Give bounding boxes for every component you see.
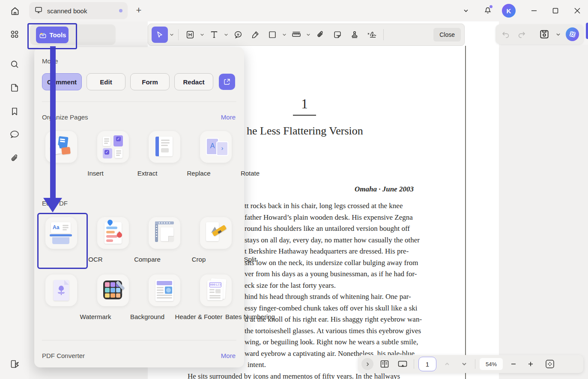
select-tool-chevron-icon[interactable]: [169, 27, 175, 43]
tool-tile-compare[interactable]: [97, 217, 129, 249]
save-icon[interactable]: [537, 27, 552, 42]
bottombar-divider: [414, 359, 414, 369]
tool-tile-extract[interactable]: ✓ ✓: [97, 131, 129, 163]
tool-label-background[interactable]: Background: [121, 313, 174, 321]
tools-button[interactable]: Tools: [36, 27, 69, 43]
tool-tile-crop[interactable]: [149, 217, 180, 249]
tools-dropdown-panel: Mode Comment Edit Form Redact Organize P…: [34, 47, 244, 367]
measure-tool-chevron-icon[interactable]: [305, 27, 311, 43]
tool-label-split[interactable]: Split: [224, 255, 277, 264]
tool-tile-background[interactable]: [97, 275, 129, 306]
notification-bell-icon[interactable]: [482, 5, 493, 16]
expand-chevron-icon[interactable]: [361, 358, 373, 370]
tool-tile-split[interactable]: [200, 217, 232, 249]
zoom-level-display[interactable]: 54%: [480, 358, 503, 370]
tool-label-extract[interactable]: Extract: [121, 169, 174, 178]
reading-mode-icon[interactable]: [9, 358, 21, 370]
close-toolbar-button[interactable]: Close: [433, 28, 461, 42]
mode-button-redact[interactable]: Redact: [174, 73, 213, 90]
pdf-converter-title: PDF Converter: [42, 352, 85, 359]
tool-tile-replace[interactable]: [149, 131, 180, 163]
document-tab[interactable]: scanned book: [29, 2, 128, 19]
page-number-input[interactable]: 1: [418, 357, 436, 371]
tool-label-replace[interactable]: Replace: [172, 169, 225, 178]
zoom-out-icon[interactable]: [507, 358, 520, 370]
tools-button-label: Tools: [50, 31, 66, 39]
previous-page-chevron-icon[interactable]: [441, 358, 454, 370]
comments-icon[interactable]: [9, 129, 20, 140]
heading-tool-chevron-icon[interactable]: [199, 27, 205, 43]
bookmarks-icon[interactable]: [9, 106, 20, 117]
redo-icon[interactable]: [516, 28, 528, 41]
shape-tool-chevron-icon[interactable]: [281, 27, 287, 43]
bottombar-divider: [475, 359, 475, 369]
fit-to-screen-icon[interactable]: [543, 357, 557, 371]
dateline: Omaha · June 2003: [355, 185, 414, 194]
tool-tile-rotate[interactable]: A ›: [200, 131, 232, 163]
right-side-panel: [499, 45, 588, 379]
attachments-icon[interactable]: [9, 153, 20, 164]
select-tool-button[interactable]: [152, 27, 168, 43]
apps-grid-icon[interactable]: [9, 29, 20, 40]
close-window-button[interactable]: [572, 5, 583, 16]
attach-tool-button[interactable]: [312, 27, 328, 43]
organize-pages-more-link[interactable]: More: [221, 113, 236, 121]
page-layout-icon[interactable]: [378, 357, 391, 371]
body-line: essy finger-combed chunk takes off over …: [245, 304, 417, 313]
open-mode-external-button[interactable]: [219, 74, 235, 90]
save-chevron-icon[interactable]: [555, 28, 561, 41]
notification-dot: [490, 5, 492, 8]
body-line: eck size for the last forty years.: [245, 281, 336, 290]
tool-label-watermark[interactable]: Watermark: [69, 313, 122, 321]
comment-tool-button[interactable]: [230, 27, 246, 43]
tutorial-arrow-head: [43, 198, 62, 212]
next-page-chevron-icon[interactable]: [458, 358, 471, 370]
new-tab-button[interactable]: +: [134, 6, 144, 16]
home-icon[interactable]: [9, 6, 21, 17]
mode-button-form[interactable]: Form: [130, 73, 170, 90]
heading-tool-button[interactable]: [182, 27, 198, 43]
tool-label-crop[interactable]: Crop: [172, 255, 225, 264]
stamp-tool-button[interactable]: [346, 27, 363, 43]
shape-tool-button[interactable]: [264, 27, 281, 43]
tool-label-compare[interactable]: Compare: [121, 255, 174, 264]
tool-label-rotate[interactable]: Rotate: [224, 169, 277, 178]
edit-actions-toolbar: [495, 24, 583, 44]
mode-button-edit[interactable]: Edit: [87, 73, 125, 90]
page-thumbnails-icon[interactable]: [9, 82, 20, 93]
undo-icon[interactable]: [500, 28, 512, 41]
body-line: tt rocks back in his chair, long legs cr…: [245, 202, 403, 210]
zoom-in-icon[interactable]: [524, 358, 537, 370]
body-line: round his shoulders like an untailored v…: [245, 224, 410, 233]
maximize-button[interactable]: [550, 5, 561, 16]
body-line: stays on all day, every day, no matter h…: [245, 236, 420, 245]
tool-tile-bates-numbering[interactable]: 000123: [200, 275, 232, 306]
organize-pages-title: Organize Pages: [42, 113, 88, 121]
minimize-button[interactable]: [528, 5, 540, 16]
measure-tool-button[interactable]: [288, 27, 304, 43]
search-icon[interactable]: [9, 59, 20, 70]
annotation-toolbar: Close: [148, 24, 465, 46]
tool-label-insert[interactable]: Insert: [69, 169, 122, 178]
sticker-tool-button[interactable]: [329, 27, 346, 43]
avatar[interactable]: K: [502, 4, 516, 18]
chapter-rule: [293, 115, 316, 116]
tool-label-header-footer[interactable]: Header & Footer: [172, 313, 225, 321]
text-tool-button[interactable]: [206, 27, 222, 43]
unsaved-dot-indicator: [119, 9, 122, 12]
highlighter-tool-button[interactable]: [247, 27, 263, 43]
pdf-editor-window: scanned book + K: [0, 0, 588, 379]
signature-tool-button[interactable]: [364, 27, 380, 43]
pdf-converter-more-link[interactable]: More: [221, 352, 236, 359]
left-sidebar: [0, 21, 29, 379]
ai-assistant-button[interactable]: [566, 27, 579, 41]
mode-button-comment[interactable]: Comment: [42, 73, 82, 90]
tool-tile-watermark[interactable]: [45, 275, 77, 306]
tool-tile-header-footer[interactable]: [149, 275, 180, 306]
text-tool-chevron-icon[interactable]: [223, 27, 229, 43]
presentation-mode-icon[interactable]: [396, 357, 409, 371]
tool-label-bates-numbering[interactable]: Bates Numbering: [224, 313, 277, 321]
tab-list-chevron-icon[interactable]: [460, 5, 472, 16]
panel-divider: [42, 101, 236, 102]
toolbar-divider: [178, 29, 179, 40]
